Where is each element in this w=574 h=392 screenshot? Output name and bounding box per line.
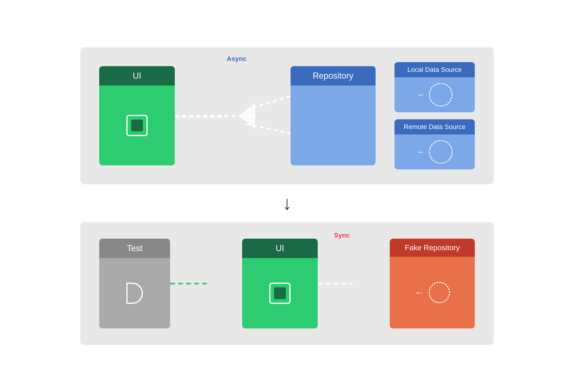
local-ds-body: ← — [394, 77, 475, 112]
async-triangle — [239, 103, 255, 129]
ui-square-icon — [126, 115, 148, 136]
test-block-body — [99, 258, 170, 329]
local-ds-label: Local Data Source — [408, 66, 462, 73]
local-ds-block: Local Data Source ← — [394, 62, 475, 112]
down-arrow-symbol: ↓ — [282, 193, 292, 214]
remote-ds-circle — [429, 140, 452, 164]
top-inner: UI Async — [99, 62, 475, 169]
repo-block: Repository — [290, 66, 376, 165]
remote-ds-label: Remote Data Source — [404, 123, 465, 130]
ui-block: UI — [99, 66, 175, 165]
d-shape-icon — [126, 283, 143, 304]
async-arrow-svg — [175, 62, 290, 169]
bottom-ui-label: UI — [276, 243, 284, 253]
fake-repo-label: Fake Repository — [405, 243, 460, 252]
ui-to-fakerepo-connector: Sync ← — [318, 239, 357, 329]
main-diagram-container: UI Async — [9, 47, 565, 345]
data-sources: Local Data Source ← Remote Data Source — [394, 62, 475, 169]
test-block-header: Test — [99, 239, 170, 258]
test-to-ui-connector — [170, 239, 209, 329]
test-label: Test — [127, 243, 143, 253]
bottom-ui-block: UI — [242, 239, 318, 329]
fake-repo-block: Fake Repository ← — [390, 239, 475, 329]
async-label: Async — [227, 55, 246, 62]
bottom-inner: Test UI — [99, 239, 475, 329]
remote-ds-header: Remote Data Source — [394, 119, 475, 134]
repo-block-header: Repository — [290, 66, 376, 85]
fake-repo-body: ← — [390, 257, 475, 329]
test-block: Test — [99, 239, 170, 329]
test-to-ui-arrow-svg — [170, 239, 209, 329]
bottom-diagram: Test UI — [80, 222, 494, 345]
bottom-ui-square-icon — [269, 283, 290, 304]
repo-block-body — [290, 85, 376, 165]
remote-ds-block: Remote Data Source ← — [394, 119, 475, 169]
sync-arrow-head: ← — [347, 278, 356, 289]
ui-block-header: UI — [99, 66, 175, 85]
bottom-ui-block-body — [242, 258, 318, 329]
ui-label: UI — [133, 71, 141, 81]
bottom-ui-block-header: UI — [242, 239, 318, 258]
repo-label: Repository — [313, 71, 353, 81]
top-diagram: UI Async — [80, 47, 494, 184]
local-ds-circle — [429, 83, 452, 106]
remote-ds-body: ← — [394, 134, 475, 169]
ui-square-icon-inner — [131, 120, 143, 131]
ui-to-repo-connector: Async — [175, 62, 290, 169]
ui-block-body — [99, 85, 175, 165]
fake-repo-header: Fake Repository — [390, 239, 475, 257]
sync-label: Sync — [334, 231, 350, 239]
local-ds-header: Local Data Source — [394, 62, 475, 77]
fake-repo-circle — [429, 282, 450, 303]
down-arrow: ↓ — [282, 194, 292, 213]
bottom-ui-square-icon-inner — [274, 287, 286, 299]
